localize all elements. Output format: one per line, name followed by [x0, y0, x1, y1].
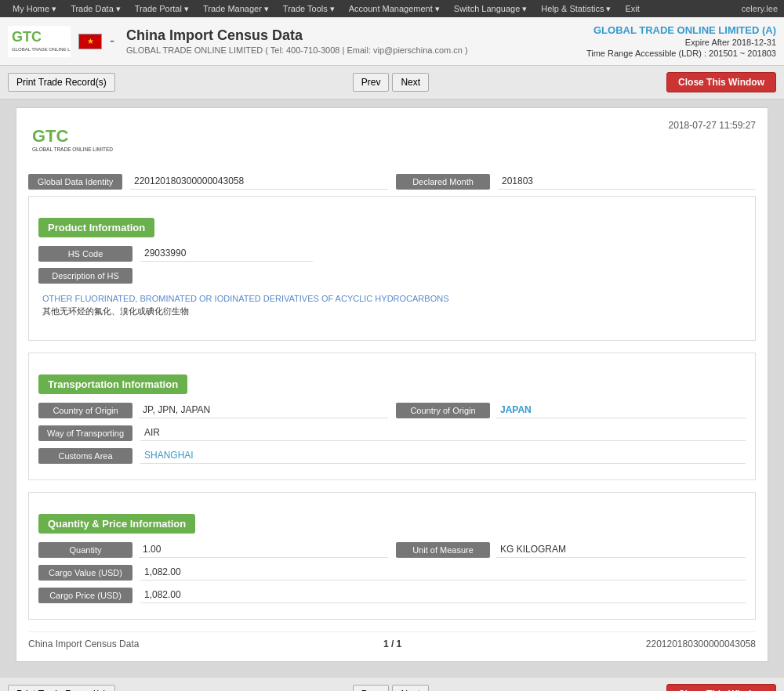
nav-trade-data[interactable]: Trade Data ▾: [64, 0, 127, 17]
record-footer: China Import Census Data 1 / 1 220120180…: [28, 631, 756, 649]
gto-link[interactable]: GLOBAL TRADE ONLINE LIMITED (A): [586, 24, 776, 36]
cargo-price-value: 1,082.00: [140, 587, 746, 603]
nav-my-home[interactable]: My Home ▾: [6, 0, 63, 17]
hs-desc-english: OTHER FLUORINATED, BROMINATED OR IODINAT…: [42, 294, 742, 303]
hs-description-area: OTHER FLUORINATED, BROMINATED OR IODINAT…: [38, 290, 746, 321]
quantity-value: 1.00: [139, 541, 388, 558]
record-header: GTC GLOBAL TRADE ONLINE LIMITED 2018-07-…: [28, 120, 756, 161]
declared-month-value: 201803: [498, 173, 756, 190]
customs-area-label: Customs Area: [38, 448, 132, 464]
hs-code-row: HS Code 29033990: [38, 245, 746, 262]
country-origin-right: Country of Origin JAPAN: [396, 402, 746, 418]
hs-code-value: 29033990: [140, 245, 313, 262]
unit-measure-value: KG KILOGRAM: [496, 541, 746, 558]
print-button[interactable]: Print Trade Record(s): [8, 73, 115, 92]
nav-help-statistics[interactable]: Help & Statistics ▾: [535, 0, 617, 17]
country-origin-label: Country of Origin: [38, 403, 132, 418]
customs-area-value: SHANGHAI: [140, 447, 746, 464]
country-origin-left: Country of Origin JP, JPN, JAPAN: [38, 402, 388, 418]
product-section-header: Product Information: [38, 218, 154, 237]
transport-info-section: Transportation Information Country of Or…: [28, 353, 756, 480]
footer-pagination: 1 / 1: [383, 639, 401, 649]
cargo-value-label: Cargo Value (USD): [38, 565, 132, 581]
quantity-label: Quantity: [38, 542, 132, 558]
transport-section-header: Transportation Information: [38, 374, 187, 394]
nav-buttons-bottom: Prev Next: [353, 685, 429, 691]
way-transport-label: Way of Transporting: [38, 425, 132, 441]
record-timestamp: 2018-07-27 11:59:27: [669, 120, 756, 131]
way-transport-row: Way of Transporting AIR: [38, 425, 746, 441]
nav-buttons: Prev Next: [353, 73, 429, 92]
prev-button[interactable]: Prev: [353, 73, 390, 92]
main-content: GTC GLOBAL TRADE ONLINE LIMITED 2018-07-…: [0, 99, 784, 678]
footer-right-id: 220120180300000043058: [646, 639, 756, 649]
quantity-left: Quantity 1.00: [38, 541, 388, 558]
header-title-area: China Import Census Data GLOBAL TRADE ON…: [126, 27, 468, 55]
toolbar-bottom-left: Print Trade Record(s): [8, 685, 115, 691]
qty-price-section: Quantity & Price Information Quantity 1.…: [28, 492, 756, 620]
customs-area-row: Customs Area SHANGHAI: [38, 447, 746, 464]
global-data-identity-row: Global Data Identity 2201201803000000430…: [28, 173, 756, 190]
hs-desc-chinese: 其他无环烃的氟化、溴化或碘化衍生物: [42, 306, 742, 317]
svg-text:GLOBAL TRADE ONLINE LIMITED: GLOBAL TRADE ONLINE LIMITED: [12, 47, 71, 52]
nav-trade-portal[interactable]: Trade Portal ▾: [129, 0, 195, 17]
next-button-bottom[interactable]: Next: [392, 685, 429, 691]
svg-text:GTC: GTC: [12, 29, 42, 45]
company-subtitle: GLOBAL TRADE ONLINE LIMITED ( Tel: 400-7…: [126, 45, 468, 55]
country-origin-value: JP, JPN, JAPAN: [139, 402, 388, 418]
record-card: GTC GLOBAL TRADE ONLINE LIMITED 2018-07-…: [16, 107, 768, 662]
cargo-price-label: Cargo Price (USD): [38, 588, 132, 603]
print-button-bottom[interactable]: Print Trade Record(s): [8, 685, 115, 691]
page-title: China Import Census Data: [126, 27, 468, 44]
close-window-button[interactable]: Close This Window: [666, 72, 776, 92]
header-left: GTC GLOBAL TRADE ONLINE LIMITED ★ - Chin…: [8, 24, 468, 59]
country-origin-value2: JAPAN: [496, 402, 746, 418]
country-origin-row: Country of Origin JP, JPN, JAPAN Country…: [38, 402, 746, 418]
time-range-info: Time Range Accessible (LDR) : 201501 ~ 2…: [586, 49, 776, 58]
company-logo: GTC GLOBAL TRADE ONLINE LIMITED: [8, 24, 71, 59]
country-flag: ★: [78, 34, 102, 49]
unit-measure-label: Unit of Measure: [396, 542, 490, 558]
logged-in-user: celery.lee: [742, 4, 778, 13]
cargo-value-value: 1,082.00: [140, 564, 746, 581]
top-navigation: My Home ▾ Trade Data ▾ Trade Portal ▾ Tr…: [0, 0, 784, 17]
qty-section-header: Quantity & Price Information: [38, 514, 195, 534]
desc-hs-row: Description of HS: [38, 268, 746, 284]
record-logo: GTC GLOBAL TRADE ONLINE LIMITED: [28, 120, 122, 161]
prev-button-bottom[interactable]: Prev: [353, 685, 390, 691]
way-transport-value: AIR: [140, 425, 746, 441]
toolbar-bottom: Print Trade Record(s) Prev Next Close Th…: [0, 678, 784, 691]
toolbar-left: Print Trade Record(s): [8, 73, 115, 92]
nav-items: My Home ▾ Trade Data ▾ Trade Portal ▾ Tr…: [6, 0, 646, 17]
cargo-price-row: Cargo Price (USD) 1,082.00: [38, 587, 746, 603]
global-data-identity-label: Global Data Identity: [28, 174, 122, 190]
global-data-identity-value: 220120180300000043058: [130, 173, 388, 190]
nav-switch-language[interactable]: Switch Language ▾: [448, 0, 533, 17]
unit-measure-right: Unit of Measure KG KILOGRAM: [396, 541, 746, 558]
close-window-button-bottom[interactable]: Close This Window: [666, 684, 776, 691]
toolbar-top: Print Trade Record(s) Prev Next Close Th…: [0, 66, 784, 99]
desc-hs-label: Description of HS: [38, 268, 132, 284]
nav-trade-tools[interactable]: Trade Tools ▾: [277, 0, 341, 17]
title-dash: -: [110, 33, 114, 49]
footer-left-text: China Import Census Data: [28, 639, 139, 649]
next-button[interactable]: Next: [392, 73, 429, 92]
country-origin-label2: Country of Origin: [396, 403, 490, 418]
declared-month-label: Declared Month: [396, 174, 490, 190]
nav-trade-manager[interactable]: Trade Manager ▾: [197, 0, 275, 17]
nav-exit[interactable]: Exit: [619, 0, 645, 17]
product-info-section: Product Information HS Code 29033990 Des…: [28, 196, 756, 341]
nav-account-management[interactable]: Account Management ▾: [343, 0, 446, 17]
page-header: GTC GLOBAL TRADE ONLINE LIMITED ★ - Chin…: [0, 17, 784, 66]
cargo-value-row: Cargo Value (USD) 1,082.00: [38, 564, 746, 581]
flag-star: ★: [87, 37, 94, 45]
quantity-row: Quantity 1.00 Unit of Measure KG KILOGRA…: [38, 541, 746, 558]
header-right: GLOBAL TRADE ONLINE LIMITED (A) Expire A…: [586, 24, 776, 58]
svg-text:GLOBAL TRADE ONLINE LIMITED: GLOBAL TRADE ONLINE LIMITED: [32, 147, 113, 152]
svg-text:GTC: GTC: [32, 126, 69, 146]
expire-info: Expire After 2018-12-31: [586, 38, 776, 47]
hs-code-label: HS Code: [38, 246, 132, 262]
